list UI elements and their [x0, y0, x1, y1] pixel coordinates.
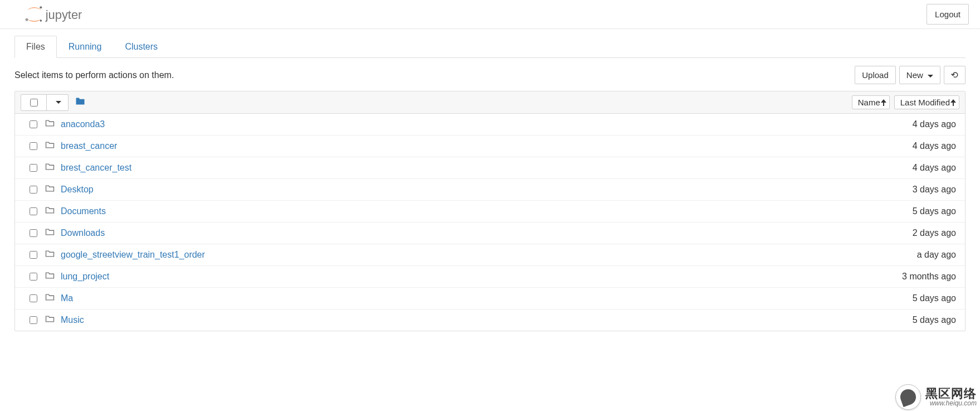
- row-checkbox[interactable]: [30, 273, 37, 281]
- svg-point-1: [26, 18, 28, 21]
- refresh-icon: ⟳: [951, 71, 958, 80]
- table-row: Downloads2 days ago: [15, 223, 965, 244]
- select-all-checkbox[interactable]: [30, 99, 38, 107]
- row-checkbox[interactable]: [30, 316, 37, 324]
- row-checkbox[interactable]: [30, 142, 37, 150]
- breadcrumb-root[interactable]: [75, 97, 85, 108]
- table-row: google_streetview_train_test1_ordera day…: [15, 244, 965, 266]
- item-name-link[interactable]: Ma: [61, 293, 73, 303]
- item-modified: 3 months ago: [902, 272, 959, 282]
- sort-modified-button[interactable]: Last Modified: [894, 95, 959, 109]
- item-name-link[interactable]: Desktop: [61, 185, 94, 195]
- row-checkbox[interactable]: [30, 186, 37, 194]
- tab-clusters[interactable]: Clusters: [113, 36, 169, 58]
- table-row: anaconda34 days ago: [15, 114, 965, 136]
- item-name-link[interactable]: breast_cancer: [61, 141, 117, 151]
- folder-icon: [45, 185, 61, 195]
- folder-icon: [45, 141, 61, 151]
- logo-text: jupyter: [45, 7, 82, 21]
- toolbar: Select items to perform actions on them.…: [14, 58, 966, 91]
- tab-bar: Files Running Clusters: [14, 36, 966, 58]
- item-modified: 4 days ago: [913, 119, 959, 129]
- item-modified: 5 days ago: [913, 293, 959, 303]
- table-row: lung_project3 months ago: [15, 266, 965, 288]
- item-name-link[interactable]: Documents: [61, 206, 106, 216]
- sort-name-label: Name: [858, 98, 880, 107]
- app-header: jupyter Logout: [0, 0, 980, 29]
- item-modified: 4 days ago: [913, 163, 959, 173]
- table-row: Music5 days ago: [15, 310, 965, 331]
- folder-icon: [45, 119, 61, 129]
- folder-icon: [45, 163, 61, 173]
- sort-name-button[interactable]: Name: [852, 95, 890, 109]
- folder-icon: [45, 293, 61, 303]
- item-name-link[interactable]: lung_project: [61, 272, 109, 282]
- select-all-group[interactable]: [21, 94, 69, 111]
- table-row: breast_cancer4 days ago: [15, 136, 965, 157]
- row-checkbox[interactable]: [30, 164, 37, 172]
- table-row: Desktop3 days ago: [15, 179, 965, 201]
- svg-point-2: [40, 20, 42, 21]
- row-checkbox[interactable]: [30, 251, 37, 259]
- upload-button[interactable]: Upload: [855, 66, 896, 84]
- toolbar-hint: Select items to perform actions on them.: [14, 70, 174, 80]
- new-button-label: New: [906, 70, 923, 80]
- refresh-button[interactable]: ⟳: [944, 66, 966, 84]
- select-dropdown[interactable]: [46, 95, 68, 110]
- row-checkbox[interactable]: [30, 120, 37, 128]
- caret-down-icon: [928, 75, 933, 78]
- item-modified: 3 days ago: [913, 185, 959, 195]
- item-name-link[interactable]: brest_cancer_test: [61, 163, 131, 173]
- item-modified: 4 days ago: [913, 141, 959, 151]
- folder-icon: [45, 250, 61, 260]
- sort-modified-label: Last Modified: [900, 98, 950, 107]
- tab-files[interactable]: Files: [14, 36, 57, 58]
- caret-down-icon: [56, 101, 61, 104]
- item-name-link[interactable]: Music: [61, 315, 84, 325]
- file-list-header: Name Last Modified: [15, 91, 965, 114]
- item-name-link[interactable]: Downloads: [61, 228, 105, 238]
- item-modified: 5 days ago: [913, 315, 959, 325]
- table-row: Ma5 days ago: [15, 288, 965, 310]
- table-row: Documents5 days ago: [15, 201, 965, 223]
- folder-icon: [45, 315, 61, 325]
- folder-icon: [45, 228, 61, 238]
- new-button[interactable]: New: [899, 66, 940, 84]
- row-checkbox[interactable]: [30, 207, 37, 215]
- folder-icon: [45, 272, 61, 282]
- row-checkbox[interactable]: [30, 229, 37, 237]
- folder-icon: [75, 97, 85, 105]
- row-checkbox[interactable]: [30, 294, 37, 302]
- tab-running[interactable]: Running: [57, 36, 114, 58]
- item-modified: 2 days ago: [913, 228, 959, 238]
- item-modified: 5 days ago: [913, 206, 959, 216]
- jupyter-logo[interactable]: jupyter: [18, 6, 101, 23]
- item-modified: a day ago: [917, 250, 959, 260]
- logout-button[interactable]: Logout: [927, 4, 969, 25]
- file-list: Name Last Modified anaconda34 days agobr…: [14, 91, 966, 331]
- item-name-link[interactable]: anaconda3: [61, 119, 105, 129]
- item-name-link[interactable]: google_streetview_train_test1_order: [61, 250, 205, 260]
- folder-icon: [45, 206, 61, 216]
- svg-point-0: [40, 6, 42, 8]
- table-row: brest_cancer_test4 days ago: [15, 157, 965, 179]
